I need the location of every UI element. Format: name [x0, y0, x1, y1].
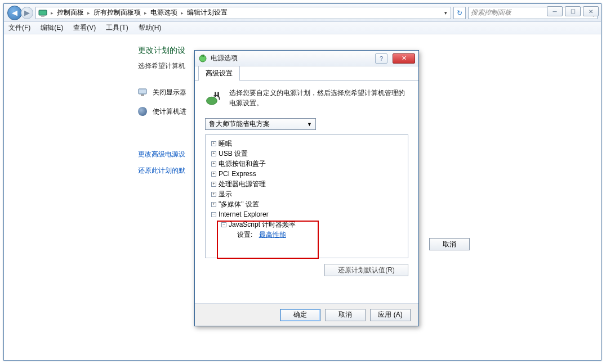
- expand-icon[interactable]: +: [211, 182, 216, 187]
- ok-button[interactable]: 确定: [280, 309, 320, 321]
- collapse-icon[interactable]: −: [211, 212, 216, 217]
- menu-edit[interactable]: 编辑(E): [41, 23, 63, 33]
- svg-rect-3: [141, 95, 144, 96]
- refresh-button[interactable]: ↻: [453, 7, 466, 19]
- tree-display[interactable]: +显示: [208, 189, 406, 199]
- forward-button[interactable]: ▶: [21, 7, 33, 19]
- apply-button[interactable]: 应用 (A): [370, 309, 411, 321]
- chevron-down-icon: ▼: [307, 122, 312, 127]
- close-window-button[interactable]: ✕: [583, 6, 599, 16]
- svg-rect-1: [41, 16, 44, 17]
- breadcrumb-item[interactable]: 所有控制面板项: [93, 8, 141, 17]
- tree-pci[interactable]: +PCI Express: [208, 169, 406, 179]
- menu-tools[interactable]: 工具(T): [106, 23, 128, 33]
- tree-usb[interactable]: +USB 设置: [208, 149, 406, 159]
- expand-icon[interactable]: +: [211, 161, 216, 167]
- power-plug-icon: [198, 54, 207, 63]
- tab-advanced[interactable]: 高级设置: [198, 66, 240, 81]
- setting-label: 设置:: [237, 230, 252, 240]
- dialog-intro-text: 选择您要自定义的电源计划，然后选择您希望计算机管理的电源设置。: [229, 88, 408, 108]
- tree-cpu[interactable]: +处理器电源管理: [208, 179, 406, 189]
- chevron-right-icon: ▸: [87, 10, 90, 16]
- svg-rect-2: [139, 89, 146, 94]
- row-sleep: 使计算机进: [153, 107, 186, 116]
- power-plan-value: 鲁大师节能省电方案: [209, 119, 270, 129]
- settings-tree[interactable]: +睡眠 +USB 设置 +电源按钮和盖子 +PCI Express +处理器电源…: [205, 134, 408, 258]
- cancel-dialog-button[interactable]: 取消: [325, 309, 366, 321]
- monitor-icon: [138, 88, 147, 97]
- menu-view[interactable]: 查看(V): [73, 23, 96, 33]
- svg-point-4: [199, 55, 206, 62]
- breadcrumb-item[interactable]: 控制面板: [57, 8, 84, 17]
- breadcrumb-item[interactable]: 电源选项: [150, 8, 177, 17]
- expand-icon[interactable]: +: [211, 141, 216, 146]
- address-bar[interactable]: ▸ 控制面板 ▸ 所有控制面板项 ▸ 电源选项 ▸ 编辑计划设置 ▾: [35, 7, 451, 19]
- address-dropdown-icon[interactable]: ▾: [443, 10, 448, 16]
- power-plan-combo[interactable]: 鲁大师节能省电方案 ▼: [205, 118, 316, 130]
- power-options-dialog: 电源选项 ? ✕ 高级设置 选择您要自定义的电源计划，然后选择您希望计算机管理的…: [194, 50, 419, 326]
- restore-defaults-button[interactable]: 还原计划默认值(R): [324, 264, 408, 276]
- dialog-titlebar[interactable]: 电源选项 ? ✕: [195, 51, 418, 66]
- tab-strip: 高级设置: [195, 66, 418, 81]
- cancel-button[interactable]: 取消: [429, 238, 470, 250]
- tree-power-buttons[interactable]: +电源按钮和盖子: [208, 159, 406, 169]
- back-button[interactable]: ◀: [7, 6, 22, 20]
- menu-bar: 文件(F) 编辑(E) 查看(V) 工具(T) 帮助(H): [4, 22, 601, 34]
- collapse-icon[interactable]: −: [221, 222, 226, 227]
- chevron-right-icon: ▸: [144, 10, 147, 16]
- search-placeholder: 搜索控制面板: [471, 8, 511, 17]
- navigation-bar: ◀ ▶ ▸ 控制面板 ▸ 所有控制面板项 ▸ 电源选项 ▸ 编辑计划设置 ▾ ↻…: [4, 4, 601, 22]
- svg-rect-8: [215, 92, 216, 97]
- expand-icon[interactable]: +: [211, 151, 216, 156]
- expand-icon[interactable]: +: [211, 192, 216, 197]
- setting-value[interactable]: 最高性能: [259, 230, 286, 240]
- battery-plug-icon: [205, 88, 222, 108]
- menu-file[interactable]: 文件(F): [8, 23, 30, 33]
- sleep-icon: [138, 107, 147, 116]
- close-dialog-button[interactable]: ✕: [393, 53, 415, 64]
- menu-help[interactable]: 帮助(H): [139, 23, 162, 33]
- minimize-button[interactable]: ─: [547, 6, 563, 16]
- svg-rect-0: [39, 10, 47, 15]
- chevron-right-icon: ▸: [51, 10, 54, 16]
- breadcrumb-item[interactable]: 编辑计划设置: [187, 8, 228, 17]
- maximize-button[interactable]: ☐: [565, 6, 581, 16]
- tree-ie[interactable]: −Internet Explorer: [208, 209, 406, 219]
- tree-sleep[interactable]: +睡眠: [208, 138, 406, 149]
- help-button[interactable]: ?: [375, 53, 387, 64]
- expand-icon[interactable]: +: [211, 172, 216, 177]
- dialog-footer: 确定 取消 应用 (A): [195, 303, 418, 326]
- chevron-right-icon: ▸: [181, 10, 184, 16]
- expand-icon[interactable]: +: [211, 202, 216, 207]
- tree-js-timer[interactable]: −JavaScript 计时器频率: [208, 219, 406, 230]
- dialog-title: 电源选项: [211, 53, 372, 63]
- svg-rect-5: [202, 55, 203, 57]
- row-display-off: 关闭显示器: [153, 88, 186, 97]
- tree-setting-row[interactable]: 设置: 最高性能: [208, 230, 406, 240]
- svg-point-7: [207, 97, 217, 105]
- svg-rect-6: [203, 55, 204, 57]
- tree-multimedia[interactable]: +"多媒体" 设置: [208, 199, 406, 209]
- control-panel-icon: [38, 8, 47, 17]
